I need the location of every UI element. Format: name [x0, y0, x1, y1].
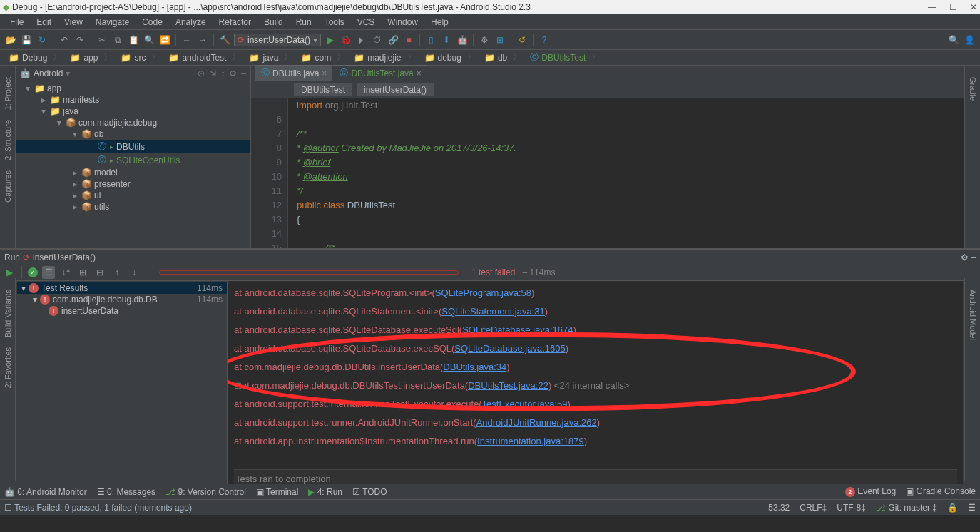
event-log-btn[interactable]: 2 Event Log: [845, 486, 896, 497]
test-suite[interactable]: ▾!com.madjiejie.debug.db.DB 114ms: [17, 294, 227, 305]
sdk-icon[interactable]: ⬇: [440, 34, 453, 46]
ddms-icon[interactable]: 🤖: [456, 34, 469, 46]
menu-build[interactable]: Build: [258, 16, 289, 29]
tree-dbutils[interactable]: Ⓒ▸DBUtils: [16, 140, 250, 153]
crumb-madjiejie[interactable]: 📁madjiejie〉: [349, 51, 419, 64]
menu-file[interactable]: File: [4, 16, 29, 29]
save-icon[interactable]: 💾: [20, 34, 33, 46]
status-pos[interactable]: 53:32: [768, 503, 790, 513]
test-results-root[interactable]: ▾!Test Results 114ms: [17, 282, 227, 294]
expand-icon[interactable]: ⊞: [76, 266, 89, 279]
android-monitor-btn[interactable]: 🤖 6: Android Monitor: [4, 487, 87, 497]
crumb-debug2[interactable]: 📁debug〉: [420, 51, 480, 64]
sort-icon[interactable]: ↓ᴬ: [59, 266, 72, 279]
vcs-btn[interactable]: ⎇ 9: Version Control: [165, 487, 246, 497]
ctx-class[interactable]: DBUtilsTest: [294, 83, 352, 96]
toggle-tools-icon[interactable]: ☐: [4, 503, 12, 513]
minimize-icon[interactable]: —: [928, 2, 936, 12]
lock-icon[interactable]: 🔒: [947, 503, 958, 513]
menu-code[interactable]: Code: [136, 16, 168, 29]
attach-icon[interactable]: 🔗: [387, 34, 399, 46]
crumb-src[interactable]: 📁src〉: [116, 51, 164, 64]
stop-icon[interactable]: ■: [402, 34, 415, 46]
crumb-app[interactable]: 📁app〉: [66, 51, 116, 64]
tab-project[interactable]: 1: Project: [2, 73, 14, 114]
stack-link[interactable]: SQLiteStatement.java:31: [441, 306, 545, 317]
structure-icon[interactable]: ⊞: [494, 34, 506, 46]
terminal-btn[interactable]: ▣ Terminal: [256, 487, 298, 497]
tree-presenter[interactable]: ▸📦presenter: [16, 178, 250, 190]
menu-vcs[interactable]: VCS: [352, 16, 381, 29]
hide-icon[interactable]: –: [971, 252, 976, 262]
menu-analyze[interactable]: Analyze: [170, 16, 212, 29]
tree-sqliteopen[interactable]: Ⓒ▸SQLiteOpenUtils: [16, 153, 250, 167]
menu-refactor[interactable]: Refactor: [213, 16, 257, 29]
ctx-method[interactable]: insertUserData(): [357, 83, 434, 96]
tree-utils[interactable]: ▸📦utils: [16, 201, 250, 213]
tab-android-model[interactable]: Android Model: [967, 285, 979, 344]
settings-icon[interactable]: ⚙: [478, 34, 491, 46]
toggle-icon[interactable]: ☰: [42, 266, 55, 279]
stack-link[interactable]: Instrumentation.java:1879: [477, 436, 584, 446]
gradle-console-btn[interactable]: ▣ Gradle Console: [906, 486, 976, 497]
sync-gradle-icon[interactable]: ↺: [516, 34, 529, 46]
profile-icon[interactable]: ⏱: [371, 34, 384, 46]
back-icon[interactable]: ←: [180, 34, 193, 46]
tree-app[interactable]: ▾📁app: [16, 83, 250, 94]
memory-icon[interactable]: ☰: [968, 503, 976, 513]
menu-window[interactable]: Window: [382, 16, 424, 29]
user-icon[interactable]: 👤: [963, 34, 976, 46]
forward-icon[interactable]: →: [196, 34, 209, 46]
menu-view[interactable]: View: [58, 16, 88, 29]
collapse-icon[interactable]: ⊙: [198, 68, 205, 78]
next-icon[interactable]: ↓: [128, 266, 141, 279]
tree-ui[interactable]: ▸📦ui: [16, 190, 250, 201]
tab-favorites[interactable]: 2: Favorites: [2, 343, 14, 392]
code-area[interactable]: import org.junit.Test; /** * @author Cre…: [288, 98, 980, 248]
run-config-selector[interactable]: ⟳ insertUserData() ▾: [234, 34, 321, 46]
crumb-com[interactable]: 📁com〉: [297, 51, 349, 64]
menu-navigate[interactable]: Navigate: [90, 16, 135, 29]
crumb-db[interactable]: 📁db〉: [480, 51, 526, 64]
replace-icon[interactable]: 🔁: [158, 34, 171, 46]
sync-icon[interactable]: ↻: [36, 34, 49, 46]
gear-icon[interactable]: ⚙: [961, 252, 969, 262]
stack-link[interactable]: DBUtilsTest.java:22: [468, 380, 548, 391]
project-view-title[interactable]: Android: [34, 68, 63, 78]
paste-icon[interactable]: 📋: [127, 34, 140, 46]
stack-link[interactable]: SQLiteDatabase.java:1674: [462, 324, 573, 335]
tree-model[interactable]: ▸📦model: [16, 167, 250, 178]
tab-captures[interactable]: Captures: [2, 166, 14, 207]
tree-java[interactable]: ▾📁java: [16, 106, 250, 117]
tab-close-icon[interactable]: ×: [417, 68, 422, 78]
status-crlf[interactable]: CRLF‡: [800, 503, 827, 513]
crumb-file[interactable]: ⒸDBUtilsTest〉: [526, 51, 604, 64]
pass-filter-icon[interactable]: ✓: [28, 267, 38, 277]
maximize-icon[interactable]: ☐: [949, 2, 957, 12]
stack-link[interactable]: SQLiteDatabase.java:1605: [454, 343, 565, 354]
tree-manifests[interactable]: ▸📁manifests: [16, 94, 250, 106]
run-btn[interactable]: ▶ 4: Run: [308, 487, 342, 497]
status-git[interactable]: ⎇ Git: master ‡: [876, 503, 937, 513]
find-icon[interactable]: 🔍: [143, 34, 155, 46]
stack-link[interactable]: DBUtils.java:34: [443, 362, 506, 372]
tab-gradle[interactable]: Gradle: [967, 73, 979, 105]
tab-dbutils[interactable]: ⒸDBUtils.java×: [255, 65, 332, 81]
make-icon[interactable]: 🔨: [218, 34, 231, 46]
tree-db[interactable]: ▾📦db: [16, 128, 250, 140]
crumb-debug[interactable]: 📁Debug〉: [4, 51, 66, 64]
tab-structure[interactable]: 2: Structure: [2, 116, 14, 165]
debug-icon[interactable]: 🐞: [340, 34, 352, 46]
open-icon[interactable]: 📂: [4, 34, 17, 46]
project-tree[interactable]: ▾📁app ▸📁manifests ▾📁java ▾📦com.madjiejie…: [16, 81, 250, 248]
menu-tools[interactable]: Tools: [319, 16, 350, 29]
tab-dbutilstest[interactable]: ⒸDBUtilsTest.java×: [334, 65, 427, 81]
expand-icon[interactable]: ⇲: [209, 68, 216, 78]
stack-link[interactable]: AndroidJUnitRunner.java:262: [476, 417, 597, 428]
status-enc[interactable]: UTF-8‡: [837, 503, 866, 513]
menu-run[interactable]: Run: [290, 16, 317, 29]
tab-close-icon[interactable]: ×: [322, 68, 327, 78]
tree-pkg[interactable]: ▾📦com.madjiejie.debug: [16, 117, 250, 128]
run-coverage-icon[interactable]: ⏵: [355, 34, 368, 46]
tab-build-variants[interactable]: Build Variants: [2, 285, 14, 342]
